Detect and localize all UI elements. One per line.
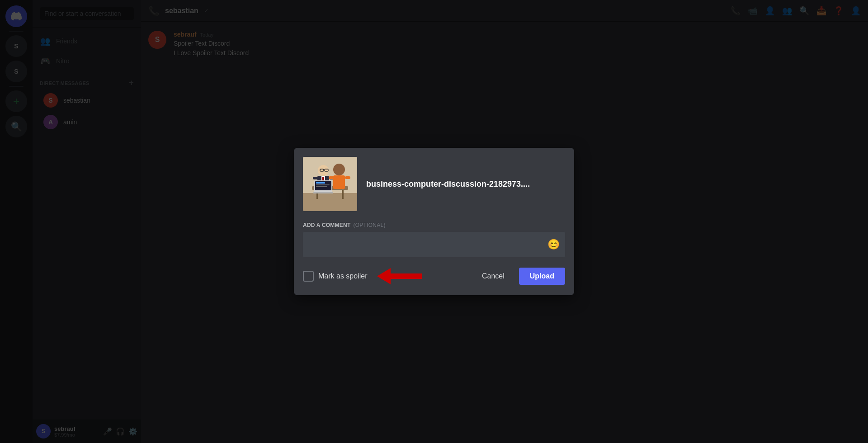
modal-comment-optional: (OPTIONAL) bbox=[354, 222, 386, 228]
arrow-annotation bbox=[377, 266, 422, 286]
red-arrow-svg bbox=[377, 266, 422, 286]
svg-rect-10 bbox=[313, 177, 318, 179]
svg-point-15 bbox=[333, 164, 345, 175]
modal-thumbnail bbox=[303, 157, 357, 211]
modal-filename: business-computer-discussion-2182973.... bbox=[366, 179, 530, 189]
svg-rect-18 bbox=[345, 176, 350, 179]
emoji-button[interactable]: 😊 bbox=[547, 239, 560, 250]
upload-button[interactable]: Upload bbox=[519, 268, 565, 285]
modal-overlay: business-computer-discussion-2182973....… bbox=[0, 0, 868, 443]
svg-rect-17 bbox=[329, 176, 334, 179]
upload-modal: business-computer-discussion-2182973....… bbox=[294, 148, 574, 295]
modal-footer: Mark as spoiler Cancel Upload bbox=[303, 266, 565, 286]
modal-comment-label: ADD A COMMENT (OPTIONAL) bbox=[303, 222, 565, 228]
modal-comment-input-wrap: 😊 bbox=[303, 232, 565, 257]
modal-file-row: business-computer-discussion-2182973.... bbox=[303, 157, 565, 211]
svg-rect-16 bbox=[333, 175, 345, 189]
spoiler-wrap: Mark as spoiler bbox=[303, 266, 467, 286]
svg-rect-23 bbox=[316, 186, 327, 187]
svg-rect-24 bbox=[313, 192, 333, 193]
svg-marker-25 bbox=[377, 268, 422, 284]
spoiler-label: Mark as spoiler bbox=[318, 272, 367, 280]
svg-point-6 bbox=[318, 165, 329, 176]
spoiler-checkbox[interactable] bbox=[303, 271, 314, 282]
svg-rect-2 bbox=[303, 193, 357, 211]
svg-rect-21 bbox=[316, 182, 325, 184]
modal-comment-input[interactable] bbox=[308, 236, 547, 253]
svg-rect-5 bbox=[342, 190, 344, 199]
svg-rect-22 bbox=[316, 184, 330, 185]
cancel-button[interactable]: Cancel bbox=[475, 269, 512, 284]
